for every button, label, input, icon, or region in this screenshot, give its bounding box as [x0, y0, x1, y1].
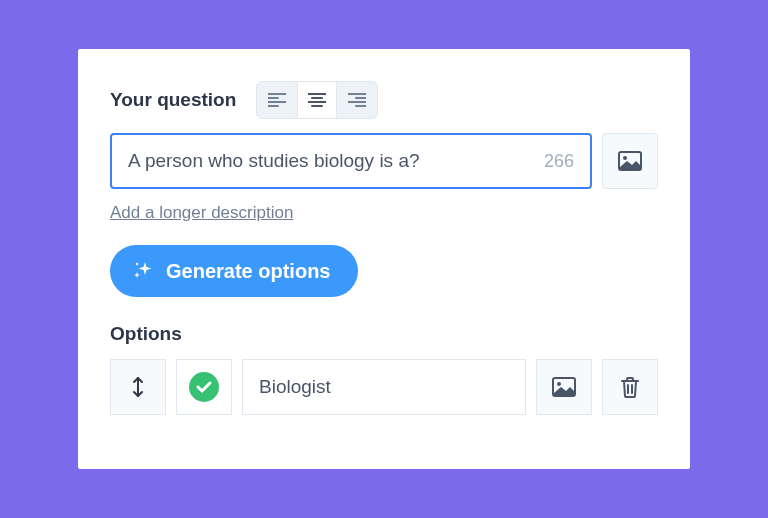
drag-vertical-icon [131, 375, 145, 399]
generate-options-button[interactable]: Generate options [110, 245, 358, 297]
option-correct-toggle[interactable] [176, 359, 232, 415]
align-right-icon [348, 93, 366, 107]
sparkle-icon [132, 260, 154, 282]
generate-options-label: Generate options [166, 260, 330, 283]
options-label: Options [110, 323, 658, 345]
option-image-button[interactable] [536, 359, 592, 415]
svg-point-1 [623, 156, 627, 160]
trash-icon [620, 376, 640, 398]
svg-point-4 [557, 382, 561, 386]
question-input[interactable] [128, 150, 534, 172]
image-icon [618, 151, 642, 171]
text-align-group [256, 81, 378, 119]
align-center-icon [308, 93, 326, 107]
question-image-button[interactable] [602, 133, 658, 189]
align-left-button[interactable] [257, 82, 297, 118]
image-icon [552, 377, 576, 397]
svg-point-2 [136, 263, 138, 265]
option-row [110, 359, 658, 415]
add-description-link[interactable]: Add a longer description [110, 203, 293, 223]
question-label: Your question [110, 89, 236, 111]
question-editor-card: Your question 266 Add a longer descripti… [78, 49, 690, 469]
question-input-wrap: 266 [110, 133, 592, 189]
option-drag-handle[interactable] [110, 359, 166, 415]
check-circle [189, 372, 219, 402]
option-text-input[interactable] [259, 376, 509, 398]
check-icon [196, 380, 212, 394]
align-left-icon [268, 93, 286, 107]
align-center-button[interactable] [297, 82, 337, 118]
character-counter: 266 [544, 151, 574, 172]
question-header-row: Your question [110, 81, 658, 119]
align-right-button[interactable] [337, 82, 377, 118]
option-delete-button[interactable] [602, 359, 658, 415]
option-text-cell [242, 359, 526, 415]
question-input-row: 266 [110, 133, 658, 189]
